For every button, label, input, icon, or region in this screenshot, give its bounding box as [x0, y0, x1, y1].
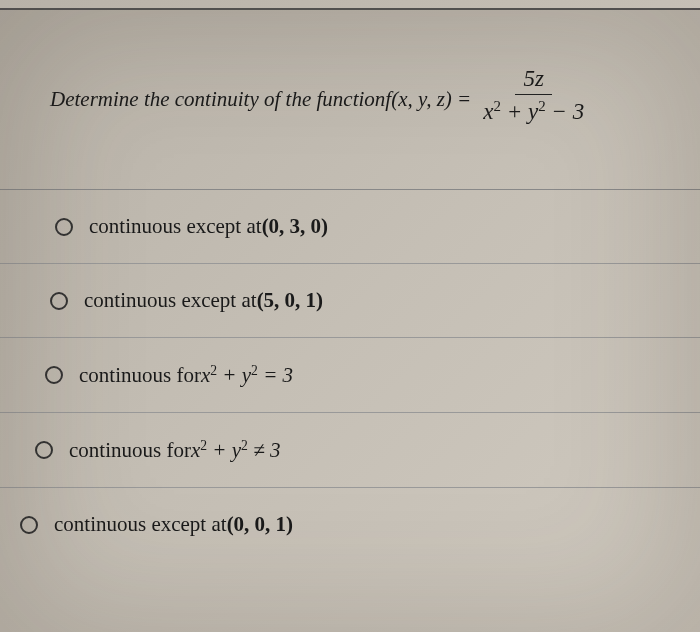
quiz-page: Determine the continuity of the function…	[0, 8, 700, 632]
option-label: continuous for x2 + y2 ≠ 3	[69, 437, 280, 463]
radio-icon[interactable]	[55, 218, 73, 236]
option-label: continuous except at (0, 3, 0)	[89, 214, 328, 239]
option-3[interactable]: continuous for x2 + y2 = 3	[0, 338, 700, 413]
radio-icon[interactable]	[45, 366, 63, 384]
options-list: continuous except at (0, 3, 0) continuou…	[0, 190, 700, 561]
question-prompt: Determine the continuity of the function	[50, 87, 385, 112]
radio-icon[interactable]	[35, 441, 53, 459]
option-4[interactable]: continuous for x2 + y2 ≠ 3	[0, 413, 700, 488]
option-5[interactable]: continuous except at (0, 0, 1)	[0, 488, 700, 561]
function-lhs: f(x, y, z) =	[385, 87, 471, 112]
radio-icon[interactable]	[50, 292, 68, 310]
question-area: Determine the continuity of the function…	[0, 10, 700, 190]
option-1[interactable]: continuous except at (0, 3, 0)	[0, 190, 700, 264]
function-fraction: 5z x2 + y2 − 3	[479, 66, 588, 125]
option-label: continuous for x2 + y2 = 3	[79, 362, 293, 388]
fraction-denominator: x2 + y2 − 3	[479, 95, 588, 125]
fraction-numerator: 5z	[515, 66, 551, 95]
option-2[interactable]: continuous except at (5, 0, 1)	[0, 264, 700, 338]
radio-icon[interactable]	[20, 516, 38, 534]
question-text: Determine the continuity of the function…	[50, 70, 588, 129]
option-label: continuous except at (5, 0, 1)	[84, 288, 323, 313]
option-label: continuous except at (0, 0, 1)	[54, 512, 293, 537]
